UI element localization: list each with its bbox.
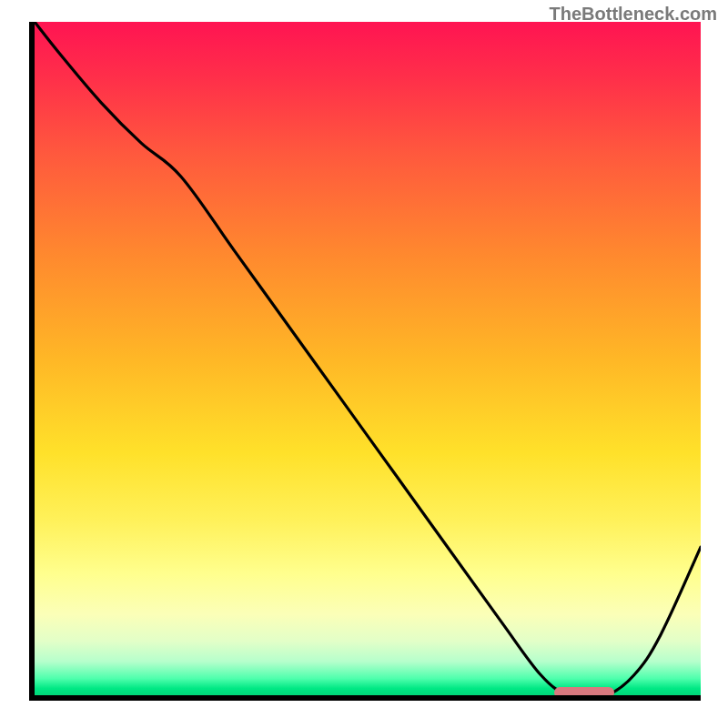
bottleneck-curve [35,22,701,695]
watermark-text: TheBottleneck.com [550,4,717,25]
plot-area [35,22,701,695]
curve-layer [35,22,701,695]
optimal-range-marker [554,687,614,695]
bottleneck-chart: TheBottleneck.com [0,0,728,728]
x-axis [29,695,701,701]
